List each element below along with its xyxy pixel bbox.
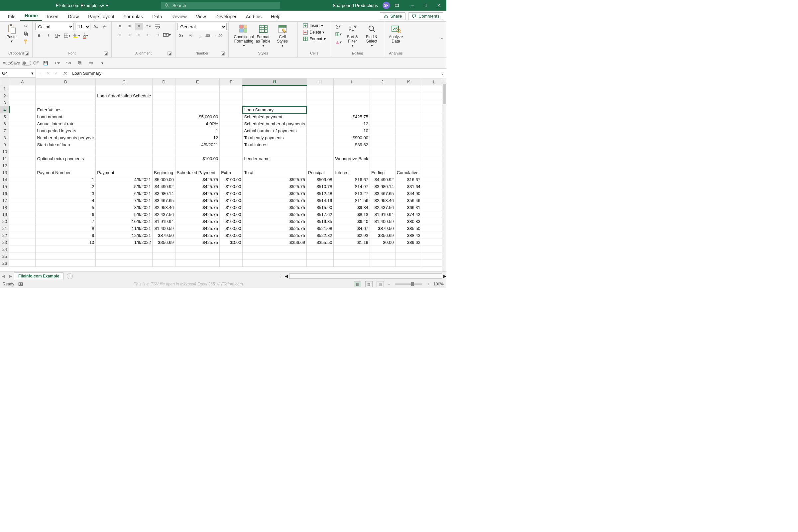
cell[interactable] [220,99,243,106]
cell[interactable]: $56.46 [395,197,422,204]
cell[interactable]: $74.43 [395,211,422,218]
hscroll-left-icon[interactable]: ◀ [285,274,288,279]
fill-icon[interactable]: ▾ [334,31,342,38]
cell[interactable] [9,190,36,197]
cell[interactable] [153,92,175,99]
cell[interactable]: Cumulative [395,169,422,176]
normal-view-icon[interactable]: ▦ [354,281,361,287]
cell[interactable]: 5 [36,204,96,211]
cell[interactable] [36,246,96,253]
increase-font-icon[interactable]: A▴ [92,23,100,30]
column-header[interactable]: K [395,78,422,86]
cell[interactable]: $80.83 [395,218,422,225]
cell[interactable] [96,148,153,155]
add-sheet-button[interactable]: + [67,273,73,279]
increase-decimal-icon[interactable]: .00→ [205,32,213,39]
cell[interactable] [220,246,243,253]
cell[interactable]: Loan Amortization Schedule [96,92,153,99]
tab-insert[interactable]: Insert [42,12,63,21]
cell[interactable] [153,120,175,127]
cell[interactable]: $0.00 [369,239,395,246]
cell[interactable] [306,113,334,120]
tab-help[interactable]: Help [266,12,285,21]
cell[interactable] [243,92,307,99]
analyze-data-button[interactable]: Analyze Data [387,23,405,44]
row-header[interactable]: 15 [0,183,9,190]
align-top-icon[interactable]: ≡ [116,23,124,30]
row-header[interactable]: 12 [0,162,9,169]
cell[interactable] [220,134,243,141]
cell[interactable]: 11/9/2021 [96,225,153,232]
cell[interactable] [175,92,220,99]
cell[interactable]: $44.90 [395,190,422,197]
user-name[interactable]: Sharpened Productions [333,3,378,8]
cell[interactable] [369,260,395,267]
minimize-icon[interactable]: ─ [408,3,416,8]
cell[interactable]: $16.67 [395,176,422,183]
cell[interactable] [96,162,153,169]
cell[interactable]: $89.62 [334,141,370,148]
cell[interactable]: $3,980.14 [153,190,175,197]
cell[interactable]: $1,400.59 [153,225,175,232]
tab-add-ins[interactable]: Add-ins [241,12,266,21]
cell[interactable]: $100.00 [220,183,243,190]
cell[interactable] [220,260,243,267]
row-header[interactable]: 26 [0,260,9,267]
cell[interactable]: $425.75 [175,190,220,197]
cell[interactable]: $2,953.46 [369,197,395,204]
cell[interactable]: 12 [175,134,220,141]
cell[interactable] [369,86,395,92]
cell[interactable]: $100.00 [220,211,243,218]
cell[interactable] [153,127,175,134]
cell[interactable]: Loan period in years [36,127,96,134]
cell[interactable]: $517.62 [306,211,334,218]
cell[interactable]: 6/9/2021 [96,190,153,197]
tab-data[interactable]: Data [148,12,167,21]
cell[interactable] [306,99,334,106]
cell[interactable]: $14.97 [334,183,370,190]
cell[interactable] [306,260,334,267]
cell[interactable]: 6 [36,211,96,218]
vertical-scrollbar[interactable] [442,78,446,271]
cell[interactable]: $100.00 [220,176,243,183]
cell[interactable] [36,99,96,106]
row-header[interactable]: 9 [0,141,9,148]
cell[interactable] [220,120,243,127]
cell[interactable] [395,134,422,141]
cell[interactable]: Start date of loan [36,141,96,148]
fx-icon[interactable]: fx [60,71,70,76]
cell[interactable]: 4.00% [175,120,220,127]
bold-icon[interactable]: B [35,32,43,39]
cell[interactable] [9,120,36,127]
select-all-cell[interactable] [0,78,9,86]
cell[interactable]: $509.08 [306,176,334,183]
row-header[interactable]: 24 [0,246,9,253]
cell[interactable] [243,99,307,106]
cell[interactable]: Scheduled Payment [175,169,220,176]
cell[interactable]: Beginning [153,169,175,176]
cell[interactable] [9,141,36,148]
cell[interactable]: $425.75 [175,204,220,211]
cell[interactable] [9,86,36,92]
cell[interactable]: 10 [334,127,370,134]
sheet-tab[interactable]: FileInfo.com Example [14,272,63,280]
cell[interactable]: $425.75 [175,232,220,239]
cell[interactable]: 1/9/2022 [96,239,153,246]
expand-formula-icon[interactable]: ⌄ [439,71,446,76]
format-as-table-button[interactable]: Format as Table▾ [254,23,272,49]
cell[interactable]: $100.00 [220,190,243,197]
filename[interactable]: FileInfo.com Example.tsv ▾ [56,3,108,8]
cell[interactable]: 4 [36,197,96,204]
cell[interactable]: 12 [334,120,370,127]
cell[interactable]: $525.75 [243,183,307,190]
hscroll-right-icon[interactable]: ▶ [443,274,446,279]
autosum-icon[interactable]: ∑▾ [334,23,342,30]
cell[interactable] [153,148,175,155]
close-icon[interactable]: ✕ [434,3,443,8]
cell[interactable] [220,92,243,99]
cell[interactable] [96,106,153,113]
cell[interactable] [96,99,153,106]
format-painter-icon[interactable] [22,38,30,45]
save-icon[interactable]: 💾 [42,60,50,66]
cell[interactable] [306,246,334,253]
